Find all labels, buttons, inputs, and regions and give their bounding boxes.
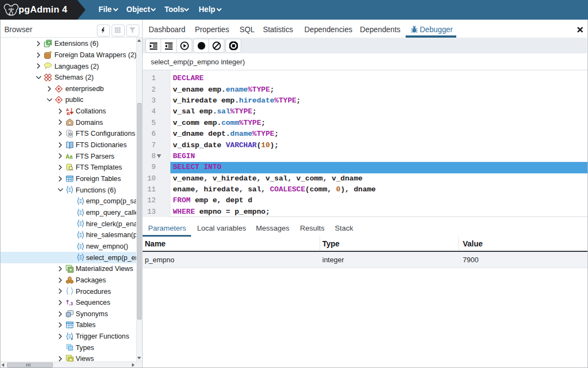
svg-text:Aa: Aa [66,154,73,160]
svg-text:.3: .3 [69,300,74,306]
svg-text:B: B [67,111,70,116]
